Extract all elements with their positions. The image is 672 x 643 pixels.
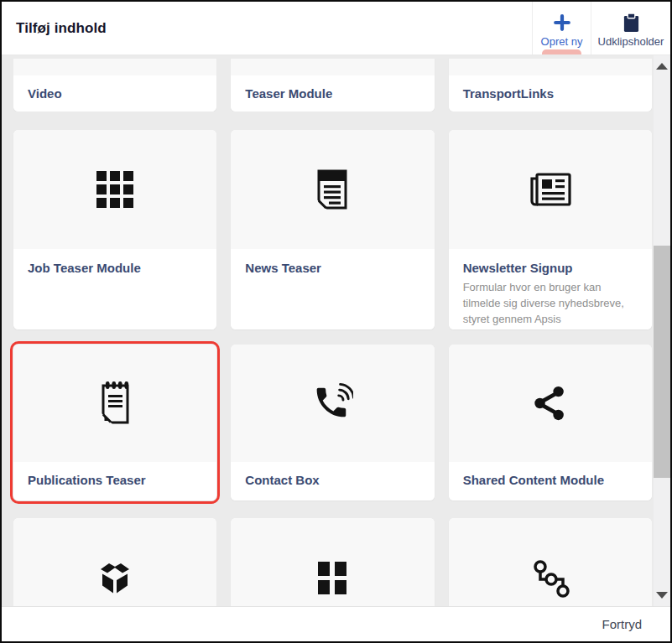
- card-row-1: Video Teaser Module TransportLinks: [13, 59, 652, 111]
- card-video[interactable]: Video: [13, 59, 216, 111]
- content-picker-area: Video Teaser Module TransportLinks: [2, 55, 670, 606]
- card-label: Shared Content Module: [463, 473, 638, 487]
- dialog-footer: Fortryd: [2, 606, 670, 641]
- card-row-4: [13, 518, 652, 606]
- news-document-icon: [315, 169, 350, 210]
- scroll-down-button[interactable]: [654, 586, 670, 606]
- card-label: Publications Teaser: [28, 473, 202, 487]
- notepad-icon: [96, 381, 133, 426]
- card-job-teaser-module[interactable]: Job Teaser Module: [13, 130, 216, 329]
- open-box-icon: [95, 557, 135, 598]
- share-nodes-icon: [531, 383, 570, 423]
- clipboard-icon: [623, 13, 640, 33]
- card-label: Newsletter Signup: [463, 261, 638, 275]
- card-label: TransportLinks: [463, 86, 638, 101]
- card-label: Contact Box: [245, 473, 419, 487]
- plus-icon: [553, 13, 571, 33]
- card-label: Video: [28, 86, 202, 101]
- card-contact-box[interactable]: Contact Box: [231, 345, 434, 500]
- grid-3x3-icon: [96, 171, 133, 208]
- card-transportlinks[interactable]: TransportLinks: [449, 59, 652, 111]
- tab-create-new[interactable]: Opret ny: [532, 2, 591, 54]
- phone-ringing-icon: [311, 382, 353, 424]
- card-open-box[interactable]: [13, 518, 216, 606]
- active-tab-indicator: [542, 49, 581, 55]
- card-row-3: Publications Teaser Contact Box: [13, 345, 652, 500]
- card-teaser-module[interactable]: Teaser Module: [231, 59, 434, 111]
- scroll-up-icon: [656, 63, 668, 70]
- cancel-button[interactable]: Fortryd: [602, 617, 642, 631]
- card-publications-teaser[interactable]: Publications Teaser: [13, 345, 216, 500]
- tab-clipboard-label: Udklipsholder: [598, 35, 664, 48]
- card-description: Formular hvor en bruger kan tilmelde sig…: [463, 280, 638, 328]
- card-label: Teaser Module: [245, 86, 419, 101]
- workflow-nodes-icon: [529, 556, 572, 599]
- scroll-down-icon: [656, 592, 668, 599]
- newspaper-icon: [528, 171, 573, 208]
- card-grid-2x2[interactable]: [231, 518, 434, 606]
- card-workflow[interactable]: [449, 518, 652, 606]
- tab-clipboard[interactable]: Udklipsholder: [591, 2, 670, 54]
- dialog-header: Tilføj indhold Opret ny Udklipsholder: [2, 2, 670, 55]
- card-label: Job Teaser Module: [28, 261, 202, 275]
- tab-create-new-label: Opret ny: [541, 35, 583, 48]
- scroll-up-button[interactable]: [654, 55, 670, 75]
- card-row-2: Job Teaser Module: [13, 130, 652, 329]
- card-shared-content-module[interactable]: Shared Content Module: [449, 345, 652, 500]
- scrollbar-thumb[interactable]: [654, 246, 670, 478]
- card-label: News Teaser: [245, 261, 419, 275]
- page-title: Tilføj indhold: [2, 20, 532, 37]
- card-news-teaser[interactable]: News Teaser: [231, 130, 434, 329]
- grid-2x2-icon: [315, 559, 349, 596]
- cards-grid: Video Teaser Module TransportLinks: [2, 55, 654, 606]
- card-newsletter-signup[interactable]: Newsletter Signup Formular hvor en bruge…: [449, 130, 652, 329]
- vertical-scrollbar[interactable]: [654, 55, 670, 606]
